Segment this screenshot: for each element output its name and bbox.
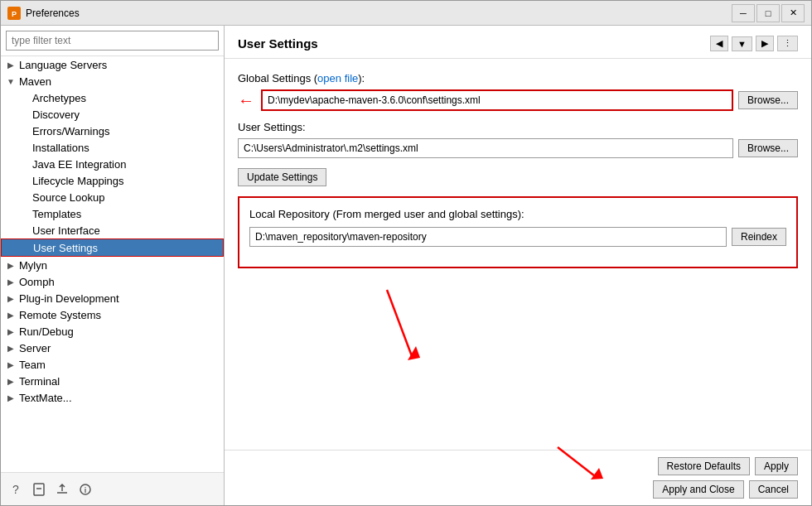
dropdown-nav-button[interactable]: ▼	[732, 36, 752, 51]
sidebar-item-textmate[interactable]: ▶ TextMate...	[1, 389, 224, 406]
sidebar-item-label: Oomph	[17, 276, 55, 288]
apply-and-close-button[interactable]: Apply and Close	[653, 480, 743, 499]
tree-area: ▶ Language Servers ▼ Maven Archetypes Di…	[1, 56, 224, 472]
sidebar-item-terminal[interactable]: ▶ Terminal	[1, 373, 224, 389]
sidebar-item-label: Run/Debug	[17, 325, 74, 338]
expand-icon: ▶	[4, 275, 17, 288]
sidebar-item-label: Archetypes	[31, 92, 86, 104]
expand-icon: ▶	[4, 374, 17, 388]
sidebar-item-label: Mylyn	[17, 259, 47, 272]
right-body: Global Settings (open file): ← Browse...…	[225, 59, 811, 450]
restore-defaults-button[interactable]: Restore Defaults	[658, 457, 750, 475]
forward-nav-button[interactable]: ▶	[756, 36, 774, 51]
maximize-button[interactable]: □	[756, 4, 780, 22]
svg-text:i: i	[85, 486, 87, 494]
sidebar-item-run-debug[interactable]: ▶ Run/Debug	[1, 323, 224, 340]
cancel-button[interactable]: Cancel	[749, 480, 798, 499]
minimize-button[interactable]: ─	[732, 4, 755, 22]
user-browse-button[interactable]: Browse...	[738, 139, 798, 157]
expand-icon: ▶	[4, 258, 17, 272]
expand-icon	[17, 124, 31, 137]
expand-icon	[17, 157, 31, 171]
expand-icon: ▶	[4, 341, 17, 354]
left-panel: ▶ Language Servers ▼ Maven Archetypes Di…	[1, 26, 225, 505]
sidebar-item-label: Remote Systems	[17, 309, 101, 321]
sidebar-item-user-settings[interactable]: User Settings	[1, 239, 224, 257]
sidebar-item-label: Lifecycle Mappings	[31, 175, 124, 187]
sidebar-item-label: Server	[17, 342, 51, 354]
sidebar-item-label: Templates	[31, 208, 81, 220]
sidebar-item-server[interactable]: ▶ Server	[1, 340, 224, 356]
right-footer: Restore Defaults Apply Apply and Close C…	[225, 450, 811, 505]
reindex-button[interactable]: Reindex	[732, 228, 786, 246]
filter-box	[1, 26, 224, 56]
user-settings-input[interactable]	[238, 138, 733, 158]
expand-icon: ▶	[4, 58, 17, 71]
expand-icon	[17, 224, 31, 237]
sidebar-item-installations[interactable]: Installations	[1, 139, 224, 156]
open-file-link[interactable]: open file	[317, 72, 358, 84]
window-title: Preferences	[26, 7, 732, 19]
expand-icon	[17, 108, 31, 121]
sidebar-item-label: Errors/Warnings	[31, 125, 109, 137]
local-repo-title: Local Repository (From merged user and g…	[249, 208, 786, 220]
expand-icon	[17, 190, 31, 204]
sidebar-item-remote-systems[interactable]: ▶ Remote Systems	[1, 306, 224, 323]
expand-icon: ▶	[4, 391, 17, 404]
sidebar-item-label: Installations	[31, 142, 89, 154]
sidebar-item-mylyn[interactable]: ▶ Mylyn	[1, 257, 224, 273]
footer-row-2: Apply and Close Cancel	[653, 480, 798, 499]
sidebar-item-user-interface[interactable]: User Interface	[1, 222, 224, 239]
close-button[interactable]: ✕	[781, 4, 805, 22]
expand-icon: ▶	[4, 325, 17, 338]
sidebar-item-label: TextMate...	[17, 392, 72, 404]
back-nav-button[interactable]: ◀	[710, 36, 728, 51]
sidebar-item-oomph[interactable]: ▶ Oomph	[1, 273, 224, 290]
sidebar-item-label: Java EE Integration	[31, 158, 126, 171]
window-controls: ─ □ ✕	[732, 4, 805, 22]
sidebar-item-discovery[interactable]: Discovery	[1, 106, 224, 123]
local-repo-input[interactable]	[249, 227, 727, 247]
sidebar-item-label: Language Servers	[17, 59, 107, 71]
info-icon[interactable]: i	[77, 481, 94, 498]
sidebar-item-label: User Settings	[31, 242, 98, 254]
sidebar-item-plugin-dev[interactable]: ▶ Plug-in Development	[1, 290, 224, 306]
sidebar-item-maven[interactable]: ▼ Maven	[1, 73, 224, 89]
sidebar-item-lifecycle[interactable]: Lifecycle Mappings	[1, 172, 224, 189]
help-icon[interactable]: ?	[7, 481, 24, 498]
right-panel: User Settings ◀ ▼ ▶ ⋮ Global Settings (o…	[225, 26, 811, 505]
global-settings-row: ← Browse...	[238, 89, 798, 111]
menu-button[interactable]: ⋮	[777, 36, 798, 51]
sidebar-item-archetypes[interactable]: Archetypes	[1, 89, 224, 106]
user-settings-label: User Settings:	[238, 121, 798, 133]
filter-input[interactable]	[6, 31, 219, 51]
expand-icon	[18, 241, 31, 254]
update-settings-button[interactable]: Update Settings	[238, 168, 326, 186]
sidebar-item-label: Team	[17, 359, 46, 371]
sidebar-item-errors-warnings[interactable]: Errors/Warnings	[1, 123, 224, 139]
sidebar-item-source-lookup[interactable]: Source Lookup	[1, 189, 224, 205]
export-icon[interactable]	[54, 481, 70, 498]
app-icon: P	[7, 7, 21, 20]
apply-button[interactable]: Apply	[755, 457, 798, 475]
global-browse-button[interactable]: Browse...	[738, 91, 798, 109]
sidebar-item-label: Plug-in Development	[17, 292, 119, 305]
down-arrow-svg	[337, 282, 437, 381]
svg-line-7	[558, 447, 595, 476]
sidebar-item-java-ee[interactable]: Java EE Integration	[1, 156, 224, 172]
expand-icon: ▶	[4, 358, 17, 371]
page-title: User Settings	[238, 36, 318, 51]
sidebar-item-templates[interactable]: Templates	[1, 205, 224, 222]
apply-close-arrow-svg	[549, 443, 616, 484]
expand-icon: ▶	[4, 292, 17, 305]
sidebar-item-label: Discovery	[31, 108, 80, 121]
global-settings-input[interactable]	[261, 89, 733, 111]
sidebar-item-label: User Interface	[31, 224, 100, 237]
sidebar-item-label: Terminal	[17, 375, 60, 388]
footer-row-1: Restore Defaults Apply	[658, 457, 798, 475]
sidebar-item-language-servers[interactable]: ▶ Language Servers	[1, 56, 224, 73]
expand-icon	[17, 91, 31, 104]
bookmark-icon[interactable]	[31, 481, 47, 498]
sidebar-item-team[interactable]: ▶ Team	[1, 356, 224, 373]
global-settings-label: Global Settings (open file):	[238, 72, 798, 84]
